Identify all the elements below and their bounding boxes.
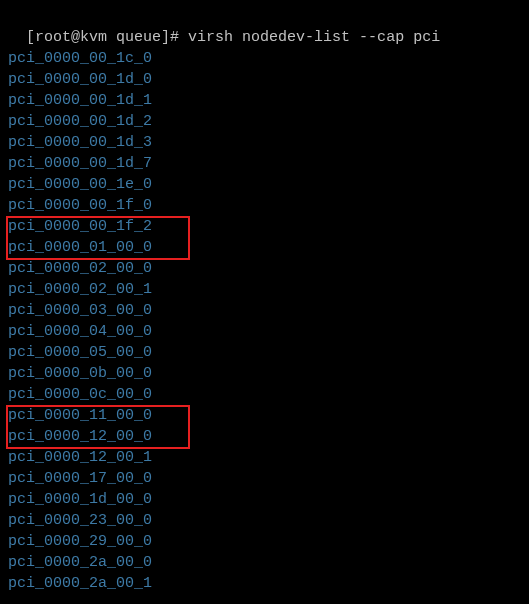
output-line: pci_0000_17_00_0 [8,468,521,489]
output-line: pci_0000_00_1e_0 [8,174,521,195]
output-line: pci_0000_02_00_1 [8,279,521,300]
output-line: pci_0000_00_1d_0 [8,69,521,90]
output-line: pci_0000_00_1d_3 [8,132,521,153]
output-line: pci_0000_11_00_0 [8,405,521,426]
prompt-userhost: root@kvm queue [35,29,161,46]
output-line: pci_0000_0b_00_0 [8,363,521,384]
prompt-close-bracket: ]# [161,29,179,46]
output-line: pci_0000_00_1f_0 [8,195,521,216]
output-line: pci_0000_12_00_1 [8,447,521,468]
output-line: pci_0000_00_1d_2 [8,111,521,132]
output-line: pci_0000_05_00_0 [8,342,521,363]
output-line: pci_0000_00_1f_2 [8,216,521,237]
output-line: pci_0000_00_1d_7 [8,153,521,174]
output-line: pci_0000_12_00_0 [8,426,521,447]
output-line: pci_0000_01_00_0 [8,237,521,258]
output-line: pci_0000_00_1d_1 [8,90,521,111]
output-line: pci_0000_02_00_0 [8,258,521,279]
output-line: pci_0000_2a_00_0 [8,552,521,573]
shell-prompt: [root@kvm queue]# virsh nodedev-list --c… [8,6,521,48]
terminal-output: pci_0000_00_1c_0pci_0000_00_1d_0pci_0000… [8,48,521,594]
output-line: pci_0000_2a_00_1 [8,573,521,594]
output-line: pci_0000_1d_00_0 [8,489,521,510]
output-line: pci_0000_04_00_0 [8,321,521,342]
output-line: pci_0000_23_00_0 [8,510,521,531]
output-line: pci_0000_29_00_0 [8,531,521,552]
prompt-open-bracket: [ [26,29,35,46]
output-line: pci_0000_0c_00_0 [8,384,521,405]
prompt-command[interactable]: virsh nodedev-list --cap pci [188,29,440,46]
output-line: pci_0000_00_1c_0 [8,48,521,69]
output-line: pci_0000_03_00_0 [8,300,521,321]
